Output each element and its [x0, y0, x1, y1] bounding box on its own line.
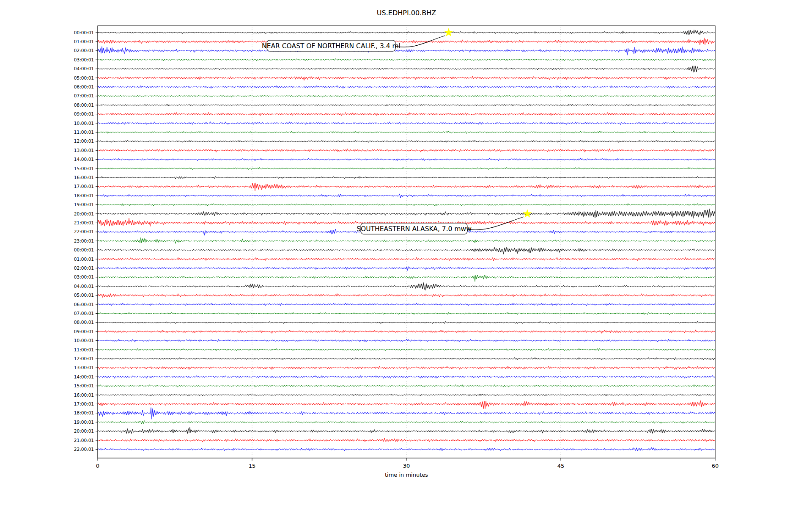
y-tick-label-10: 10:00:01 — [74, 121, 94, 126]
y-tick-label-11: 11:00:01 — [74, 130, 94, 135]
y-tick-label-26: 02:00:01 — [74, 265, 94, 271]
y-tick-label-30: 06:00:01 — [74, 302, 94, 307]
y-tick-label-6: 06:00:01 — [74, 84, 94, 89]
y-tick-label-43: 19:00:01 — [74, 420, 94, 425]
seismogram-figure: 015304560time in minutes00:00:0101:00:01… — [0, 0, 812, 508]
waveform-trace-33 — [98, 330, 715, 334]
x-tick-label-30: 30 — [403, 463, 410, 469]
y-tick-label-39: 15:00:01 — [74, 383, 94, 388]
y-tick-label-23: 23:00:01 — [74, 238, 94, 243]
x-tick-label-15: 15 — [249, 463, 256, 469]
plot-border — [98, 26, 715, 458]
y-tick-label-42: 18:00:01 — [74, 410, 94, 415]
y-tick-label-17: 17:00:01 — [74, 184, 94, 189]
waveform-trace-14 — [98, 158, 715, 161]
y-tick-label-14: 14:00:01 — [74, 157, 94, 162]
waveform-trace-42 — [98, 408, 715, 420]
y-tick-label-9: 09:00:01 — [74, 111, 94, 116]
y-tick-label-20: 20:00:01 — [74, 211, 94, 216]
waveform-trace-38 — [98, 375, 715, 378]
waveform-trace-7 — [98, 95, 715, 97]
y-tick-label-34: 10:00:01 — [74, 338, 94, 343]
y-tick-label-12: 12:00:01 — [74, 138, 94, 144]
waveform-trace-34 — [98, 339, 715, 342]
event-star-icon-1 — [523, 209, 532, 218]
y-tick-label-21: 21:00:01 — [74, 220, 94, 225]
waveform-trace-2 — [98, 47, 715, 55]
waveform-trace-28 — [98, 282, 715, 290]
waveform-trace-8 — [98, 104, 715, 106]
y-tick-label-4: 04:00:01 — [74, 66, 94, 71]
y-tick-label-3: 03:00:01 — [74, 57, 94, 62]
y-tick-label-28: 04:00:01 — [74, 284, 94, 289]
waveform-trace-13 — [98, 149, 715, 152]
y-tick-label-25: 01:00:01 — [74, 257, 94, 262]
waveform-trace-46 — [98, 447, 715, 451]
waveform-trace-41 — [98, 400, 715, 409]
waveform-trace-11 — [98, 131, 715, 133]
y-tick-label-37: 13:00:01 — [74, 365, 94, 370]
event-star-icon-0 — [444, 28, 453, 36]
waveform-trace-31 — [98, 312, 715, 315]
waveform-trace-9 — [98, 113, 715, 116]
waveform-trace-45 — [98, 438, 715, 442]
y-tick-label-18: 18:00:01 — [74, 193, 94, 198]
y-tick-label-35: 11:00:01 — [74, 347, 94, 352]
x-axis-label: time in minutes — [385, 472, 428, 478]
event-annotation-label-1: SOUTHEASTERN ALASKA, 7.0 mww — [357, 225, 472, 233]
x-tick-label-45: 45 — [557, 463, 565, 469]
y-tick-label-33: 09:00:01 — [74, 329, 94, 334]
y-tick-label-32: 08:00:01 — [74, 320, 94, 325]
y-tick-label-31: 07:00:01 — [74, 311, 94, 316]
y-tick-label-13: 13:00:01 — [74, 148, 94, 153]
y-tick-label-27: 03:00:01 — [74, 274, 94, 279]
y-tick-label-19: 19:00:01 — [74, 202, 94, 207]
x-tick-label-60: 60 — [712, 463, 719, 469]
y-tick-label-16: 16:00:01 — [74, 175, 94, 180]
waveform-trace-20 — [98, 209, 715, 218]
y-tick-label-2: 02:00:01 — [74, 48, 94, 53]
y-tick-label-24: 00:00:01 — [74, 247, 94, 252]
y-tick-label-22: 22:00:01 — [74, 229, 94, 234]
y-tick-label-44: 20:00:01 — [74, 428, 94, 433]
y-tick-label-46: 22:00:01 — [74, 447, 94, 452]
y-tick-label-8: 08:00:01 — [74, 102, 94, 108]
x-tick-label-0: 0 — [96, 463, 99, 469]
y-tick-label-45: 21:00:01 — [74, 438, 94, 443]
y-tick-label-15: 15:00:01 — [74, 166, 94, 171]
y-tick-label-41: 17:00:01 — [74, 401, 94, 406]
waveform-trace-44 — [98, 427, 715, 433]
y-tick-label-29: 05:00:01 — [74, 293, 94, 298]
chart-title: US.EDHPI.00.BHZ — [377, 9, 436, 17]
y-tick-label-1: 01:00:01 — [74, 39, 94, 44]
y-tick-label-40: 16:00:01 — [74, 392, 94, 398]
y-tick-label-5: 05:00:01 — [74, 75, 94, 80]
y-tick-label-7: 07:00:01 — [74, 93, 94, 98]
y-tick-label-38: 14:00:01 — [74, 374, 94, 379]
y-tick-label-36: 12:00:01 — [74, 356, 94, 361]
y-tick-label-0: 00:00:01 — [74, 30, 94, 35]
seismogram-plot: 015304560time in minutes00:00:0101:00:01… — [0, 0, 812, 508]
event-annotation-label-0: NEAR COAST OF NORTHERN CALIF., 3.4 ml — [262, 42, 401, 50]
